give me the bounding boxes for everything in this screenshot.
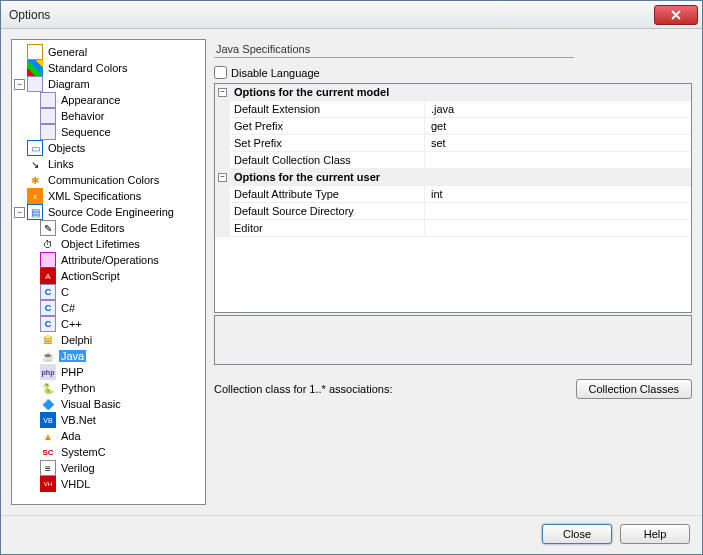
button-bar: Close Help xyxy=(1,515,702,554)
page-icon xyxy=(40,92,56,108)
property-description-box xyxy=(214,315,692,365)
general-icon xyxy=(27,44,43,60)
sce-icon: ▤ xyxy=(27,204,43,220)
vb-icon: 🔷 xyxy=(40,396,56,412)
tree-item-appearance[interactable]: Appearance xyxy=(14,92,203,108)
verilog-icon: ≡ xyxy=(40,460,56,476)
tree-item-code-editors[interactable]: ✎Code Editors xyxy=(14,220,203,236)
vbnet-icon: VB xyxy=(40,412,56,428)
cpp-icon: C xyxy=(40,316,56,332)
lifetime-icon: ⏱ xyxy=(40,236,56,252)
tree-item-visual-basic[interactable]: 🔷Visual Basic xyxy=(14,396,203,412)
csharp-icon: C xyxy=(40,300,56,316)
tree-item-actionscript[interactable]: AActionScript xyxy=(14,268,203,284)
php-icon: php xyxy=(40,364,56,380)
colors-icon xyxy=(27,60,43,76)
collapse-icon[interactable]: − xyxy=(218,88,227,97)
close-icon xyxy=(671,10,681,20)
disable-language-row: Disable Language xyxy=(214,66,692,79)
vhdl-icon: VH xyxy=(40,476,56,492)
tree-item-general[interactable]: General xyxy=(14,44,203,60)
tree-item-source-code-engineering[interactable]: −▤Source Code Engineering xyxy=(14,204,203,220)
tree-item-php[interactable]: phpPHP xyxy=(14,364,203,380)
tree-item-systemc[interactable]: SCSystemC xyxy=(14,444,203,460)
ada-icon: ▲ xyxy=(40,428,56,444)
property-grid[interactable]: − Options for the current model Default … xyxy=(214,83,692,313)
tree-item-xml-specifications[interactable]: xXML Specifications xyxy=(14,188,203,204)
tree-item-python[interactable]: 🐍Python xyxy=(14,380,203,396)
row-default-source-directory[interactable]: Default Source Directory xyxy=(215,203,691,220)
tree-item-behavior[interactable]: Behavior xyxy=(14,108,203,124)
section-heading: Java Specifications xyxy=(214,39,574,58)
tree-item-communication-colors[interactable]: ✱Communication Colors xyxy=(14,172,203,188)
actionscript-icon: A xyxy=(40,268,56,284)
tree-item-java[interactable]: ☕Java xyxy=(14,348,203,364)
row-default-attribute-type[interactable]: Default Attribute Typeint xyxy=(215,186,691,203)
window-close-button[interactable] xyxy=(654,5,698,25)
collection-class-label: Collection class for 1..* associations: xyxy=(214,383,566,395)
tree-item-attribute-operations[interactable]: Attribute/Operations xyxy=(14,252,203,268)
options-dialog: Options General Standard Colors −Diagram… xyxy=(0,0,703,555)
disable-language-checkbox[interactable] xyxy=(214,66,227,79)
java-icon: ☕ xyxy=(40,348,56,364)
tree-item-diagram[interactable]: −Diagram xyxy=(14,76,203,92)
attr-icon xyxy=(40,252,56,268)
expander-icon[interactable]: − xyxy=(14,79,25,90)
tree-item-standard-colors[interactable]: Standard Colors xyxy=(14,60,203,76)
tree-item-c[interactable]: CC xyxy=(14,284,203,300)
tree-item-links[interactable]: ↘Links xyxy=(14,156,203,172)
titlebar: Options xyxy=(1,1,702,29)
group-current-model[interactable]: − Options for the current model xyxy=(215,84,691,101)
tree-item-sequence[interactable]: Sequence xyxy=(14,124,203,140)
row-set-prefix[interactable]: Set Prefixset xyxy=(215,135,691,152)
content-area: General Standard Colors −Diagram Appeara… xyxy=(1,29,702,515)
settings-panel: Java Specifications Disable Language − O… xyxy=(214,39,692,505)
tree-item-objects[interactable]: ▭Objects xyxy=(14,140,203,156)
tree-item-ada[interactable]: ▲Ada xyxy=(14,428,203,444)
tree-item-cpp[interactable]: CC++ xyxy=(14,316,203,332)
xml-icon: x xyxy=(27,188,43,204)
category-tree[interactable]: General Standard Colors −Diagram Appeara… xyxy=(11,39,206,505)
systemc-icon: SC xyxy=(40,444,56,460)
objects-icon: ▭ xyxy=(27,140,43,156)
tree-item-delphi[interactable]: 🏛Delphi xyxy=(14,332,203,348)
expander-icon[interactable]: − xyxy=(14,207,25,218)
row-editor[interactable]: Editor xyxy=(215,220,691,237)
delphi-icon: 🏛 xyxy=(40,332,56,348)
row-get-prefix[interactable]: Get Prefixget xyxy=(215,118,691,135)
collapse-icon[interactable]: − xyxy=(218,173,227,182)
tree-item-vhdl[interactable]: VHVHDL xyxy=(14,476,203,492)
tree-item-object-lifetimes[interactable]: ⏱Object Lifetimes xyxy=(14,236,203,252)
editor-icon: ✎ xyxy=(40,220,56,236)
diagram-icon xyxy=(27,76,43,92)
tree-item-vbnet[interactable]: VBVB.Net xyxy=(14,412,203,428)
tree-item-verilog[interactable]: ≡Verilog xyxy=(14,460,203,476)
tree-item-csharp[interactable]: CC# xyxy=(14,300,203,316)
disable-language-label: Disable Language xyxy=(231,67,320,79)
group-current-user[interactable]: − Options for the current user xyxy=(215,169,691,186)
c-icon: C xyxy=(40,284,56,300)
python-icon: 🐍 xyxy=(40,380,56,396)
page-icon xyxy=(40,108,56,124)
window-title: Options xyxy=(9,8,654,22)
page-icon xyxy=(40,124,56,140)
collection-class-row: Collection class for 1..* associations: … xyxy=(214,379,692,399)
collection-classes-button[interactable]: Collection Classes xyxy=(576,379,692,399)
links-icon: ↘ xyxy=(27,156,43,172)
close-button[interactable]: Close xyxy=(542,524,612,544)
comm-colors-icon: ✱ xyxy=(27,172,43,188)
help-button[interactable]: Help xyxy=(620,524,690,544)
row-default-extension[interactable]: Default Extension.java xyxy=(215,101,691,118)
row-default-collection-class[interactable]: Default Collection Class xyxy=(215,152,691,169)
